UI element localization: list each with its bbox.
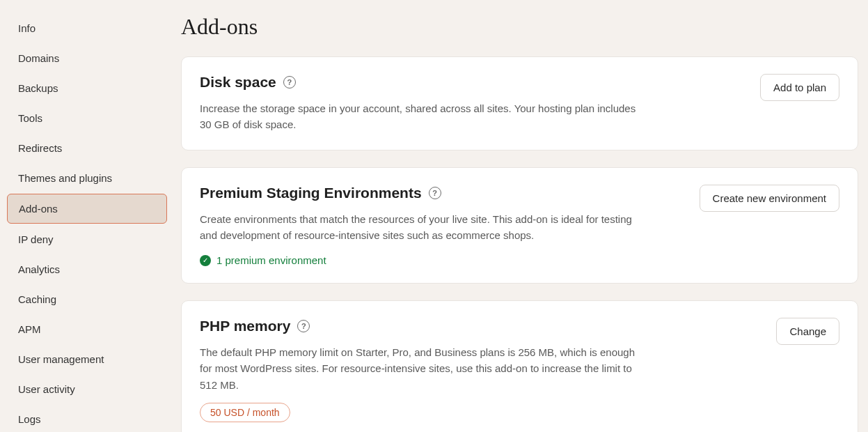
sidebar-item-tools[interactable]: Tools <box>7 104 167 132</box>
sidebar-item-label: Add-ons <box>19 203 58 215</box>
sidebar-item-ip-deny[interactable]: IP deny <box>7 225 167 254</box>
sidebar-item-redirects[interactable]: Redirects <box>7 134 167 162</box>
sidebar-item-label: User activity <box>18 383 75 395</box>
sidebar-item-apm[interactable]: APM <box>7 315 167 344</box>
sidebar-item-caching[interactable]: Caching <box>7 285 167 314</box>
check-circle-icon: ✓ <box>200 255 211 266</box>
sidebar-item-label: APM <box>18 323 41 335</box>
sidebar-item-label: Caching <box>18 293 56 305</box>
main-content: Add-ons Disk space ? Increase the storag… <box>173 0 868 432</box>
sidebar-item-label: Logs <box>18 413 41 425</box>
card-disk-space: Disk space ? Increase the storage space … <box>181 56 858 151</box>
sidebar-item-domains[interactable]: Domains <box>7 44 167 72</box>
sidebar-item-info[interactable]: Info <box>7 14 167 43</box>
card-php-memory: PHP memory ? The default PHP memory limi… <box>181 300 858 432</box>
create-environment-button[interactable]: Create new environment <box>700 185 839 212</box>
sidebar-item-label: Backups <box>18 82 58 94</box>
sidebar-item-logs[interactable]: Logs <box>7 405 167 432</box>
status-text: 1 premium environment <box>216 254 326 266</box>
price-pill: 50 USD / month <box>200 403 290 422</box>
card-premium-staging: Premium Staging Environments ? Create en… <box>181 167 858 284</box>
sidebar-item-label: User management <box>18 353 104 365</box>
sidebar: Info Domains Backups Tools Redirects The… <box>0 0 173 432</box>
card-description: Increase the storage space in your accou… <box>200 100 645 133</box>
help-icon[interactable]: ? <box>283 76 296 88</box>
page-title: Add-ons <box>181 14 858 40</box>
sidebar-item-label: Tools <box>18 112 42 124</box>
sidebar-item-label: IP deny <box>18 233 54 245</box>
sidebar-item-backups[interactable]: Backups <box>7 74 167 102</box>
help-icon[interactable]: ? <box>429 187 441 199</box>
sidebar-item-add-ons[interactable]: Add-ons <box>7 194 167 224</box>
add-to-plan-button[interactable]: Add to plan <box>760 74 839 101</box>
sidebar-item-themes-plugins[interactable]: Themes and plugins <box>7 164 167 192</box>
sidebar-item-analytics[interactable]: Analytics <box>7 255 167 284</box>
card-title: PHP memory <box>200 318 290 334</box>
help-icon[interactable]: ? <box>297 320 310 332</box>
sidebar-item-user-management[interactable]: User management <box>7 345 167 373</box>
sidebar-item-label: Domains <box>18 52 59 64</box>
card-title: Disk space <box>200 74 276 91</box>
sidebar-item-label: Analytics <box>18 263 60 275</box>
change-button[interactable]: Change <box>776 318 839 345</box>
card-description: The default PHP memory limit on Starter,… <box>200 344 645 393</box>
sidebar-item-label: Themes and plugins <box>18 172 112 184</box>
status-badge: ✓ 1 premium environment <box>200 254 645 266</box>
sidebar-item-label: Info <box>18 22 35 34</box>
card-title: Premium Staging Environments <box>200 185 422 201</box>
sidebar-item-user-activity[interactable]: User activity <box>7 375 167 403</box>
card-description: Create environments that match the resou… <box>200 211 645 244</box>
sidebar-item-label: Redirects <box>18 142 62 154</box>
